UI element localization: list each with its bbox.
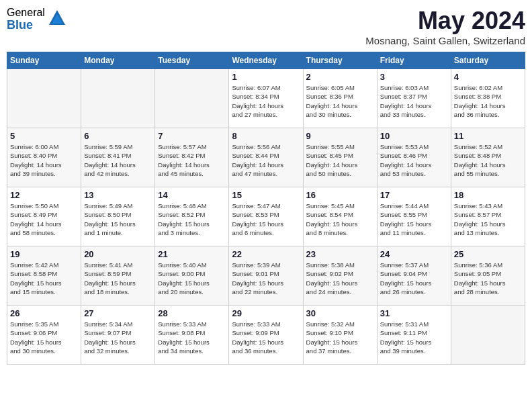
day-number: 17 xyxy=(380,190,448,200)
day-number: 23 xyxy=(306,249,374,259)
day-number: 13 xyxy=(84,190,152,200)
page-header: General Blue May 2024 Mosnang, Saint Gal… xyxy=(7,7,525,46)
day-cell: 29Sunrise: 5:33 AM Sunset: 9:09 PM Dayli… xyxy=(229,306,303,365)
day-info: Sunrise: 6:05 AM Sunset: 8:36 PM Dayligh… xyxy=(306,83,374,119)
day-number: 30 xyxy=(306,308,374,318)
weekday-header-monday: Monday xyxy=(81,52,155,69)
day-number: 18 xyxy=(454,190,522,200)
day-info: Sunrise: 5:37 AM Sunset: 9:04 PM Dayligh… xyxy=(380,261,448,296)
day-info: Sunrise: 6:02 AM Sunset: 8:38 PM Dayligh… xyxy=(454,83,522,119)
day-info: Sunrise: 5:48 AM Sunset: 8:52 PM Dayligh… xyxy=(158,201,226,237)
day-cell: 26Sunrise: 5:35 AM Sunset: 9:06 PM Dayli… xyxy=(7,306,81,365)
day-info: Sunrise: 5:52 AM Sunset: 8:48 PM Dayligh… xyxy=(454,142,522,178)
day-info: Sunrise: 5:35 AM Sunset: 9:06 PM Dayligh… xyxy=(10,320,78,355)
day-info: Sunrise: 5:50 AM Sunset: 8:49 PM Dayligh… xyxy=(10,201,78,237)
day-number: 22 xyxy=(232,249,300,259)
day-info: Sunrise: 5:40 AM Sunset: 9:00 PM Dayligh… xyxy=(158,261,226,296)
day-cell: 6Sunrise: 5:59 AM Sunset: 8:41 PM Daylig… xyxy=(81,128,155,187)
day-info: Sunrise: 5:32 AM Sunset: 9:10 PM Dayligh… xyxy=(306,320,374,355)
day-info: Sunrise: 5:44 AM Sunset: 8:55 PM Dayligh… xyxy=(380,201,448,237)
day-cell: 25Sunrise: 5:36 AM Sunset: 9:05 PM Dayli… xyxy=(451,246,525,306)
week-row-4: 19Sunrise: 5:42 AM Sunset: 8:58 PM Dayli… xyxy=(7,246,525,306)
day-cell: 1Sunrise: 6:07 AM Sunset: 8:34 PM Daylig… xyxy=(229,69,303,128)
day-info: Sunrise: 5:53 AM Sunset: 8:46 PM Dayligh… xyxy=(380,142,448,178)
logo-blue: Blue xyxy=(7,19,45,32)
day-info: Sunrise: 6:00 AM Sunset: 8:40 PM Dayligh… xyxy=(10,142,78,178)
day-cell: 18Sunrise: 5:43 AM Sunset: 8:57 PM Dayli… xyxy=(451,187,525,246)
day-cell: 17Sunrise: 5:44 AM Sunset: 8:55 PM Dayli… xyxy=(377,187,451,246)
day-info: Sunrise: 5:49 AM Sunset: 8:50 PM Dayligh… xyxy=(84,201,152,237)
day-cell: 10Sunrise: 5:53 AM Sunset: 8:46 PM Dayli… xyxy=(377,128,451,187)
day-cell: 23Sunrise: 5:38 AM Sunset: 9:02 PM Dayli… xyxy=(303,246,377,306)
day-number: 29 xyxy=(232,308,300,318)
day-cell: 14Sunrise: 5:48 AM Sunset: 8:52 PM Dayli… xyxy=(155,187,229,246)
day-cell xyxy=(155,69,229,128)
month-title: May 2024 xyxy=(365,7,525,35)
day-cell: 4Sunrise: 6:02 AM Sunset: 8:38 PM Daylig… xyxy=(451,69,525,128)
day-number: 20 xyxy=(84,249,152,259)
day-info: Sunrise: 5:38 AM Sunset: 9:02 PM Dayligh… xyxy=(306,261,374,296)
day-number: 25 xyxy=(454,249,522,259)
day-info: Sunrise: 5:56 AM Sunset: 8:44 PM Dayligh… xyxy=(232,142,300,178)
day-number: 7 xyxy=(158,131,226,141)
day-number: 19 xyxy=(10,249,78,259)
calendar-table: SundayMondayTuesdayWednesdayThursdayFrid… xyxy=(7,52,525,365)
logo: General Blue xyxy=(7,7,66,32)
day-info: Sunrise: 6:03 AM Sunset: 8:37 PM Dayligh… xyxy=(380,83,448,119)
day-number: 9 xyxy=(306,131,374,141)
day-info: Sunrise: 6:07 AM Sunset: 8:34 PM Dayligh… xyxy=(232,83,300,119)
week-row-2: 5Sunrise: 6:00 AM Sunset: 8:40 PM Daylig… xyxy=(7,128,525,187)
day-cell xyxy=(81,69,155,128)
day-number: 27 xyxy=(84,308,152,318)
day-info: Sunrise: 5:55 AM Sunset: 8:45 PM Dayligh… xyxy=(306,142,374,178)
title-block: May 2024 Mosnang, Saint Gallen, Switzerl… xyxy=(365,7,525,46)
day-info: Sunrise: 5:33 AM Sunset: 9:08 PM Dayligh… xyxy=(158,320,226,355)
day-info: Sunrise: 5:33 AM Sunset: 9:09 PM Dayligh… xyxy=(232,320,300,355)
day-info: Sunrise: 5:31 AM Sunset: 9:11 PM Dayligh… xyxy=(380,320,448,355)
day-number: 14 xyxy=(158,190,226,200)
weekday-header-friday: Friday xyxy=(377,52,451,69)
day-number: 1 xyxy=(232,72,300,82)
weekday-header-sunday: Sunday xyxy=(7,52,81,69)
day-number: 4 xyxy=(454,72,522,82)
day-cell: 21Sunrise: 5:40 AM Sunset: 9:00 PM Dayli… xyxy=(155,246,229,306)
weekday-header-saturday: Saturday xyxy=(451,52,525,69)
day-cell: 24Sunrise: 5:37 AM Sunset: 9:04 PM Dayli… xyxy=(377,246,451,306)
week-row-3: 12Sunrise: 5:50 AM Sunset: 8:49 PM Dayli… xyxy=(7,187,525,246)
day-info: Sunrise: 5:47 AM Sunset: 8:53 PM Dayligh… xyxy=(232,201,300,237)
day-cell: 20Sunrise: 5:41 AM Sunset: 8:59 PM Dayli… xyxy=(81,246,155,306)
day-info: Sunrise: 5:41 AM Sunset: 8:59 PM Dayligh… xyxy=(84,261,152,296)
day-number: 5 xyxy=(10,131,78,141)
day-cell: 27Sunrise: 5:34 AM Sunset: 9:07 PM Dayli… xyxy=(81,306,155,365)
day-cell: 8Sunrise: 5:56 AM Sunset: 8:44 PM Daylig… xyxy=(229,128,303,187)
day-number: 24 xyxy=(380,249,448,259)
logo-icon xyxy=(48,9,66,28)
day-cell: 30Sunrise: 5:32 AM Sunset: 9:10 PM Dayli… xyxy=(303,306,377,365)
location: Mosnang, Saint Gallen, Switzerland xyxy=(365,35,525,46)
weekday-header-tuesday: Tuesday xyxy=(155,52,229,69)
day-info: Sunrise: 5:42 AM Sunset: 8:58 PM Dayligh… xyxy=(10,261,78,296)
day-number: 15 xyxy=(232,190,300,200)
day-info: Sunrise: 5:45 AM Sunset: 8:54 PM Dayligh… xyxy=(306,201,374,237)
day-info: Sunrise: 5:59 AM Sunset: 8:41 PM Dayligh… xyxy=(84,142,152,178)
day-info: Sunrise: 5:34 AM Sunset: 9:07 PM Dayligh… xyxy=(84,320,152,355)
day-cell: 11Sunrise: 5:52 AM Sunset: 8:48 PM Dayli… xyxy=(451,128,525,187)
day-cell: 15Sunrise: 5:47 AM Sunset: 8:53 PM Dayli… xyxy=(229,187,303,246)
weekday-header-row: SundayMondayTuesdayWednesdayThursdayFrid… xyxy=(7,52,525,69)
day-number: 10 xyxy=(380,131,448,141)
week-row-5: 26Sunrise: 5:35 AM Sunset: 9:06 PM Dayli… xyxy=(7,306,525,365)
day-cell: 2Sunrise: 6:05 AM Sunset: 8:36 PM Daylig… xyxy=(303,69,377,128)
day-cell: 9Sunrise: 5:55 AM Sunset: 8:45 PM Daylig… xyxy=(303,128,377,187)
day-cell: 22Sunrise: 5:39 AM Sunset: 9:01 PM Dayli… xyxy=(229,246,303,306)
day-number: 31 xyxy=(380,308,448,318)
day-cell: 28Sunrise: 5:33 AM Sunset: 9:08 PM Dayli… xyxy=(155,306,229,365)
day-number: 21 xyxy=(158,249,226,259)
week-row-1: 1Sunrise: 6:07 AM Sunset: 8:34 PM Daylig… xyxy=(7,69,525,128)
day-info: Sunrise: 5:43 AM Sunset: 8:57 PM Dayligh… xyxy=(454,201,522,237)
day-cell xyxy=(451,306,525,365)
day-info: Sunrise: 5:36 AM Sunset: 9:05 PM Dayligh… xyxy=(454,261,522,296)
day-cell xyxy=(7,69,81,128)
day-cell: 31Sunrise: 5:31 AM Sunset: 9:11 PM Dayli… xyxy=(377,306,451,365)
day-cell: 16Sunrise: 5:45 AM Sunset: 8:54 PM Dayli… xyxy=(303,187,377,246)
weekday-header-wednesday: Wednesday xyxy=(229,52,303,69)
